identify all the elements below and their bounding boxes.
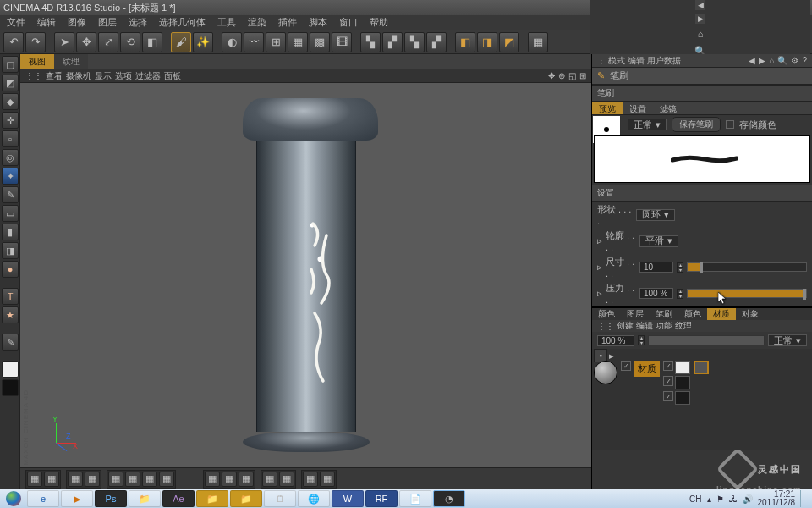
scale-tool-button[interactable]: ⤢ <box>98 32 118 52</box>
select-tool-button[interactable]: ➤ <box>54 32 74 52</box>
sublayer-3-vis[interactable]: ✓ <box>663 391 673 401</box>
cube-3-button[interactable]: ◩ <box>499 32 519 52</box>
bicon-2[interactable]: ▦ <box>44 472 59 487</box>
size-input[interactable]: 10 <box>639 262 673 273</box>
bicon-12[interactable]: ▦ <box>262 472 277 487</box>
bicon-1[interactable]: ▦ <box>27 472 42 487</box>
task-word[interactable]: W <box>332 490 364 507</box>
panel-up-icon[interactable]: ⌂ <box>769 56 774 65</box>
menu-window[interactable]: 窗口 <box>334 15 363 30</box>
gradient-icon[interactable]: ◨ <box>2 242 19 259</box>
pressure-spinner[interactable]: ▴▾ <box>677 289 683 299</box>
task-ie[interactable]: e <box>27 490 59 507</box>
tray-network-icon[interactable]: 🖧 <box>729 494 738 504</box>
cube-icon[interactable]: ▢ <box>2 56 19 73</box>
viewport-tab-texture[interactable]: 纹理 <box>54 54 88 69</box>
material-thumb[interactable] <box>594 361 617 384</box>
bicon-9[interactable]: ▦ <box>205 472 220 487</box>
selected-layer[interactable]: 材质 <box>634 361 660 377</box>
cube-edit-icon[interactable]: ◩ <box>2 75 19 91</box>
size-slider[interactable] <box>687 262 807 272</box>
save-brush-button[interactable]: 保存笔刷 <box>672 117 721 132</box>
vp-nav-orbit-icon[interactable]: ✥ <box>548 71 555 80</box>
profile-expand-icon[interactable]: ▹ <box>597 235 602 246</box>
vp-menu-options[interactable]: 选项 <box>115 70 132 82</box>
bicon-5[interactable]: ▦ <box>108 472 123 487</box>
eyedropper-icon[interactable]: ✎ <box>2 186 19 203</box>
size-spinner[interactable]: ▴▾ <box>677 262 683 273</box>
menu-layer[interactable]: 图层 <box>93 15 122 30</box>
bucket-icon[interactable]: ▮ <box>2 224 19 240</box>
task-browser[interactable]: 🌐 <box>298 490 330 507</box>
brush-tab-filter[interactable]: 滤镜 <box>653 102 683 114</box>
point-icon[interactable]: ▫ <box>2 130 19 147</box>
move-tool-button[interactable]: ✥ <box>76 32 96 52</box>
mat-tab-2[interactable]: 笔刷 <box>650 308 678 320</box>
checker-end-button[interactable]: ▦ <box>528 32 548 52</box>
marquee-icon[interactable]: ▭ <box>2 205 19 222</box>
menu-edit[interactable]: 编辑 <box>32 15 61 30</box>
opacity-slider[interactable] <box>648 335 765 345</box>
mask-thumb-1[interactable] <box>694 361 709 374</box>
menu-render[interactable]: 渲染 <box>243 15 272 30</box>
vp-menu-filter[interactable]: 过滤器 <box>135 70 161 82</box>
ime-indicator[interactable]: CH <box>689 494 701 504</box>
menu-tools[interactable]: 工具 <box>212 15 241 30</box>
profile-dropdown[interactable]: 平滑▾ <box>639 235 678 247</box>
shape-dropdown[interactable]: 圆环▾ <box>636 209 675 221</box>
checker-1-button[interactable]: ▚ <box>360 32 381 52</box>
save-color-checkbox[interactable] <box>726 120 734 129</box>
menu-select[interactable]: 选择 <box>123 15 152 30</box>
size-expand-icon[interactable]: ▹ <box>597 262 602 273</box>
task-cinema4d[interactable]: ◔ <box>433 490 465 507</box>
menu-help[interactable]: 帮助 <box>365 15 393 30</box>
axis-icon[interactable]: ✛ <box>2 112 19 129</box>
menu-script[interactable]: 脚本 <box>304 15 332 30</box>
nav-fwd-icon[interactable]: ▶ <box>759 56 765 65</box>
clone-tool-button[interactable]: ⊞ <box>266 32 286 52</box>
menu-select-geometry[interactable]: 选择几何体 <box>154 15 211 30</box>
vp-menu-display[interactable]: 显示 <box>95 70 112 82</box>
bicon-3[interactable]: ▦ <box>68 472 83 487</box>
tray-expand-icon[interactable]: ▴ <box>707 494 711 504</box>
vp-menu-view[interactable]: 查看 <box>46 70 63 82</box>
nav-fwd-button[interactable]: ▶ <box>695 14 705 24</box>
checker-4-button[interactable]: ▞ <box>426 32 447 52</box>
bicon-11[interactable]: ▦ <box>239 472 254 487</box>
task-folder-2[interactable]: 📁 <box>230 490 262 507</box>
checker-3-button[interactable]: ▚ <box>404 32 425 52</box>
mat-tab-0[interactable]: 颜色 <box>592 308 621 320</box>
bicon-6[interactable]: ▦ <box>125 472 140 487</box>
checker-2-button[interactable]: ▞ <box>382 32 403 52</box>
mat-menu-edit[interactable]: 编辑 <box>636 320 653 332</box>
column-object[interactable] <box>243 98 370 452</box>
panel-gear-icon[interactable]: ⚙ <box>791 56 798 65</box>
nav-back-button[interactable]: ◀ <box>695 0 705 10</box>
sublayer-3-thumb[interactable] <box>675 391 690 405</box>
menu-file[interactable]: 文件 <box>2 15 30 30</box>
blend-dropdown[interactable]: 正常▾ <box>768 334 807 346</box>
vp-nav-zoom-icon[interactable]: ◱ <box>568 71 576 80</box>
uv-tool-button[interactable]: ▩ <box>310 32 330 52</box>
nav-up-icon[interactable]: ⌂ <box>694 27 707 41</box>
menu-plugins[interactable]: 插件 <box>273 15 302 30</box>
color-bg-icon[interactable] <box>2 379 19 396</box>
opacity-spinner[interactable]: ▴▾ <box>638 335 645 345</box>
text-icon[interactable]: T <box>2 288 19 305</box>
mat-menu-create[interactable]: 创建 <box>617 320 634 332</box>
bicon-15[interactable]: ▦ <box>320 472 335 487</box>
mat-menu-texture[interactable]: 纹理 <box>675 320 692 332</box>
menu-image[interactable]: 图像 <box>63 15 91 30</box>
show-desktop-button[interactable] <box>800 490 807 507</box>
color-fg-icon[interactable] <box>2 361 19 378</box>
sublayer-2-vis[interactable]: ✓ <box>663 376 673 386</box>
vp-nav-pan-icon[interactable]: ⊕ <box>558 71 565 80</box>
nav-back-icon[interactable]: ◀ <box>749 56 755 65</box>
eraser-tool-button[interactable]: ◐ <box>222 32 242 52</box>
tray-volume-icon[interactable]: 🔊 <box>743 494 753 504</box>
brush-tool-button[interactable]: 🖌 <box>171 32 191 52</box>
task-rf[interactable]: RF <box>365 490 398 507</box>
3d-viewport[interactable]: Y X Z MAXON CINEMA 4D <box>20 83 591 467</box>
film-tool-button[interactable]: 🎞 <box>332 32 352 52</box>
vp-menu-camera[interactable]: 摄像机 <box>66 70 91 82</box>
